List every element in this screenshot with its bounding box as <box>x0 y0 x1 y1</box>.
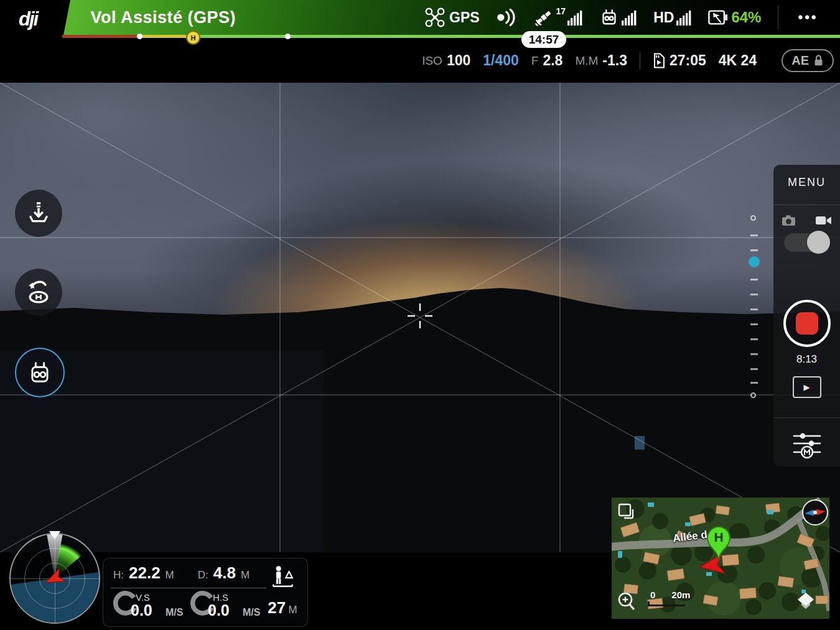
aperture-setting[interactable]: F 2.8 <box>531 52 563 69</box>
vs-unit: M/S <box>166 607 183 618</box>
iso-value: 100 <box>447 52 470 69</box>
attitude-radar-widget <box>9 533 100 624</box>
vertical-speed-gauge: V.S 0.0 M/S <box>113 591 193 627</box>
map-compass[interactable] <box>802 499 828 526</box>
altitude-distance-row: H: 22.2 M D: 4.8 M <box>113 563 250 583</box>
remote-controller-icon <box>26 359 54 386</box>
horizontal-speed-gauge: H.S 0.0 M/S <box>190 591 270 627</box>
metering-setting[interactable]: M.M -1.3 <box>575 52 627 69</box>
iso-label: ISO <box>422 54 442 68</box>
gps-status[interactable]: GPS <box>425 7 480 27</box>
playback-button[interactable]: ▶ <box>793 376 821 398</box>
vps-distance: 27 M <box>264 565 301 618</box>
satellite-count: 17 <box>556 6 566 16</box>
video-mode-icon[interactable] <box>816 215 832 226</box>
distance-value: 4.8 <box>213 563 236 583</box>
gimbal-pitch-indicator[interactable] <box>747 215 762 402</box>
battery-status[interactable]: 64% <box>708 8 761 27</box>
scale-end: 20m <box>671 590 690 600</box>
vps-distance-value: 27 <box>268 598 286 617</box>
vs-value: 0.0 <box>131 601 152 619</box>
video-format[interactable]: 4K 24 <box>719 52 757 69</box>
storage-capacity[interactable]: 27:05 <box>653 52 706 69</box>
recording-indicator <box>796 312 818 335</box>
lock-icon <box>813 54 824 67</box>
photo-mode-icon[interactable] <box>782 215 797 227</box>
distance-unit: M <box>241 569 250 581</box>
topbar-divider <box>778 6 778 29</box>
obstacle-sensor-icon[interactable] <box>497 9 518 26</box>
rc-settings-button[interactable] <box>15 348 65 397</box>
home-point-marker: H <box>705 526 732 562</box>
dji-logo: dji <box>19 8 37 30</box>
compass-needle-icon <box>804 507 826 517</box>
camera-advanced-settings-button[interactable] <box>791 431 823 462</box>
radar-north-marker <box>49 531 60 539</box>
scale-bar <box>648 601 685 606</box>
toggle-knob <box>807 231 830 254</box>
grid-overlay <box>0 83 840 552</box>
manual-settings-icon <box>791 431 823 460</box>
record-stop-button[interactable] <box>783 300 831 347</box>
play-icon: ▶ <box>804 382 810 392</box>
map-clear-icon[interactable] <box>796 591 816 611</box>
menu-button[interactable]: MENU <box>773 176 840 189</box>
shutter-value[interactable]: 1/400 <box>483 52 519 69</box>
metering-label: M.M <box>575 54 598 68</box>
map-layers-icon[interactable] <box>617 502 638 523</box>
capture-mode-row <box>773 215 840 227</box>
gimbal-top-stop <box>750 215 756 221</box>
rc-signal-status[interactable] <box>599 8 637 27</box>
satellite-icon <box>534 8 553 27</box>
scale-start: 0 <box>650 590 655 600</box>
height-label: H: <box>113 569 124 581</box>
cambar-divider <box>640 53 640 69</box>
battery-icon <box>708 8 728 27</box>
gps-label: GPS <box>449 9 480 26</box>
metering-value: -1.3 <box>602 52 627 69</box>
gimbal-position-dot <box>749 256 760 267</box>
drone-icon <box>425 7 445 27</box>
height-value: 22.2 <box>129 563 161 583</box>
map-zoom-in-icon[interactable] <box>616 591 638 613</box>
capacity-value: 27:05 <box>670 52 706 69</box>
return-to-home-icon <box>25 279 52 306</box>
recording-elapsed-time: 8:13 <box>773 353 840 366</box>
satellite-status[interactable]: 17 <box>534 8 583 27</box>
satellite-signal-bars-icon <box>567 9 582 26</box>
hs-unit: M/S <box>243 607 260 618</box>
vps-distance-unit: M <box>289 604 297 616</box>
hd-signal-bars-icon <box>676 9 691 26</box>
auto-land-icon <box>26 200 52 226</box>
battery-percent: 64% <box>731 9 761 26</box>
minimap[interactable]: Allée des H <box>612 498 829 619</box>
flightbar-segment-safe <box>194 35 840 38</box>
camera-control-panel: MENU 8:13 ▶ <box>773 165 840 466</box>
telemetry-divider <box>111 588 266 588</box>
photo-video-toggle[interactable] <box>784 233 829 252</box>
flightbar-segment-low <box>62 35 140 38</box>
hd-signal-status[interactable]: HD <box>653 9 691 26</box>
remote-controller-icon <box>599 8 619 27</box>
ae-label: AE <box>791 53 809 68</box>
height-unit: M <box>166 569 174 581</box>
camera-settings-bar: ISO 100 1/400 F 2.8 M.M -1.3 27:05 4K 24… <box>0 39 840 83</box>
dji-go-app: Vol Assisté (GPS) dji GPS <box>0 0 840 630</box>
more-menu-button[interactable]: ••• <box>795 6 820 29</box>
home-marker-letter: H <box>705 530 732 545</box>
hd-label: HD <box>653 9 674 26</box>
sd-card-icon <box>653 53 665 68</box>
aperture-label: F <box>531 54 539 68</box>
status-bar: Vol Assisté (GPS) dji GPS <box>0 0 840 39</box>
flightbar-dot-1 <box>137 34 142 39</box>
ae-lock-button[interactable]: AE <box>782 49 834 72</box>
rc-signal-bars-icon <box>622 9 637 26</box>
map-scale: 0 20m <box>648 590 690 606</box>
return-to-home-button[interactable] <box>15 269 62 316</box>
center-crosshair <box>408 303 432 328</box>
status-icons: GPS 17 <box>425 0 821 35</box>
iso-setting[interactable]: ISO 100 <box>422 52 470 69</box>
aperture-value: 2.8 <box>543 52 562 69</box>
auto-land-button[interactable] <box>15 190 62 237</box>
flightbar-dot-2 <box>285 34 291 39</box>
